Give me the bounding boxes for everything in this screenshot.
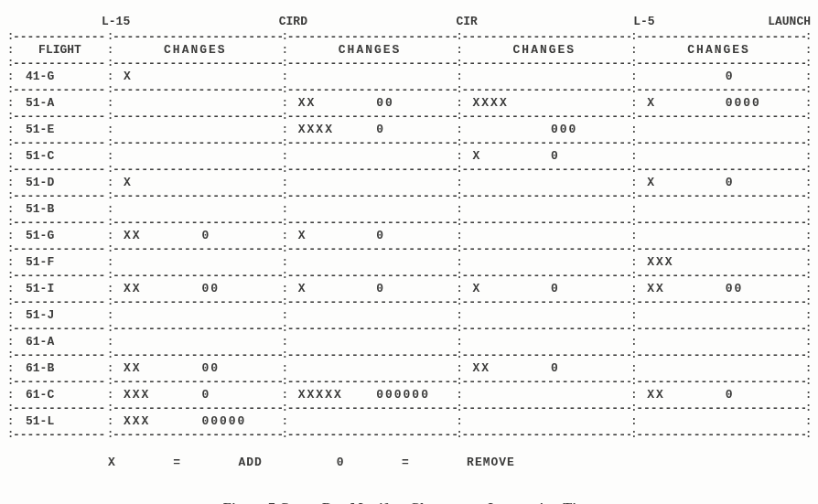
remove-value: 00 [372,96,450,110]
add-value: XX [114,229,198,242]
add-value: X [289,282,372,295]
flight-id: 41-G [26,70,54,83]
add-value: CHANGES [464,43,626,57]
add-value: CHANGES [114,43,276,57]
table-row: :41-G:X:::0: [7,70,811,83]
legend-remove-label: REMOVE [467,456,515,469]
changes-cell: XXXX0 [287,123,457,136]
table-row: :51-E::XXXX0:000:: [7,123,811,136]
flight-cell: 51-G [13,229,107,242]
table-row: :51-G:XX0:X0::: [7,229,811,242]
table-row: :61-B:XX00::XX0:: [7,361,811,375]
changes-cell: XXX [636,255,805,269]
changes-cell: 000 [462,123,631,136]
flight-id: 51-D [26,176,54,189]
changes-cell: X0 [636,176,805,189]
separator-row: :--------------------:------------------… [7,57,811,70]
milestone-header: L-15 CIRD CIR L-5 LAUNCH [7,15,811,28]
add-value: X [289,229,372,242]
add-value: XXXX [289,123,372,136]
changes-cell: CHANGES [113,43,282,57]
add-value: XXX [638,255,721,269]
changes-cell: X0000 [636,96,805,110]
flight-id: 51-G [26,229,54,242]
changes-cell: XX0 [636,388,805,402]
changes-cell: XX00 [636,282,805,295]
add-value: XX [638,388,721,402]
milestone-label: L-15 [102,15,130,28]
remove-value: 0 [372,282,450,295]
flight-cell: 51-I [13,282,107,295]
separator-row: :--------------------:------------------… [7,30,811,43]
remove-value: 0 [722,388,800,402]
separator-row: :--------------------:------------------… [7,269,811,282]
flight-cell: 51-C [13,149,107,163]
flight-id: 51-J [26,308,54,322]
separator-row: :--------------------:------------------… [7,375,811,388]
remove-value: 0 [547,361,625,375]
changes-cell: CHANGES [636,43,805,57]
add-value: X [114,70,198,83]
cargo-manifest-table: L-15 CIRD CIR L-5 LAUNCH :--------------… [7,15,811,504]
flight-id: 61-A [26,335,54,349]
add-value: XXX [114,388,198,402]
table-body: :--------------------:------------------… [7,30,811,441]
remove-value: 0 [372,123,450,136]
add-value: XX [114,282,198,295]
add-value: X [464,282,547,295]
table-row: :51-D:X:::X0: [7,176,811,189]
add-value: X [464,149,547,163]
changes-cell: X [113,70,282,83]
flight-id: 51-B [26,202,54,216]
flight-id: 51-I [26,282,54,295]
flight-cell: FLIGHT [13,43,107,57]
changes-cell: XX00 [287,96,457,110]
separator-row: :--------------------:------------------… [7,242,811,255]
flight-id: 51-A [26,96,54,110]
separator-row: :--------------------:------------------… [7,402,811,414]
flight-cell: 61-A [13,335,107,349]
flight-id: 51-C [26,149,54,163]
remove-value: 0 [198,229,275,242]
add-value: X [638,176,721,189]
separator-row: :--------------------:------------------… [7,110,811,123]
separator-row: :--------------------:------------------… [7,349,811,361]
table-row: :51-I:XX00:X0:X0:XX00: [7,282,811,295]
remove-value: 00000 [198,414,275,428]
changes-cell: XX00 [113,282,282,295]
flight-cell: 41-G [13,70,107,83]
remove-value: 0 [547,282,625,295]
changes-cell: XXXX [462,96,631,110]
changes-cell: XX0 [462,361,631,375]
add-value: X [114,176,198,189]
changes-cell: X [113,176,282,189]
remove-value: 000 [547,123,625,136]
table-row: :61-A::::: [7,335,811,349]
flight-cell: 51-F [13,255,107,269]
remove-value: 0 [722,176,800,189]
milestone-label: CIRD [279,15,307,28]
flight-cell: 51-E [13,123,107,136]
flight-cell: 61-C [13,388,107,402]
separator-row: :--------------------:------------------… [7,428,811,441]
flight-id: 51-F [26,255,54,269]
table-row: :61-C:XXX0:XXXXX000000::XX0: [7,388,811,402]
legend: X = ADD 0 = REMOVE [108,456,811,469]
table-row: :51-L:XXX00000:::: [7,414,811,428]
remove-value: 0 [198,388,275,402]
flight-cell: 51-B [13,202,107,216]
milestone-label: LAUNCH [768,15,811,28]
remove-value: 0 [547,149,625,163]
separator-row: :--------------------:------------------… [7,322,811,335]
flight-cell: 51-A [13,96,107,110]
milestone-label: CIR [457,15,478,28]
changes-cell: CHANGES [287,43,457,57]
add-value: XX [289,96,372,110]
add-value: XX [638,282,721,295]
flight-id: 61-C [26,388,54,402]
figure-caption: Figure 7 Cargo Bay Manifest Changes vs. … [7,500,811,504]
remove-value: 0000 [722,96,800,110]
flight-cell: 51-D [13,176,107,189]
remove-value: 0 [722,70,800,83]
separator-row: :--------------------:------------------… [7,163,811,176]
